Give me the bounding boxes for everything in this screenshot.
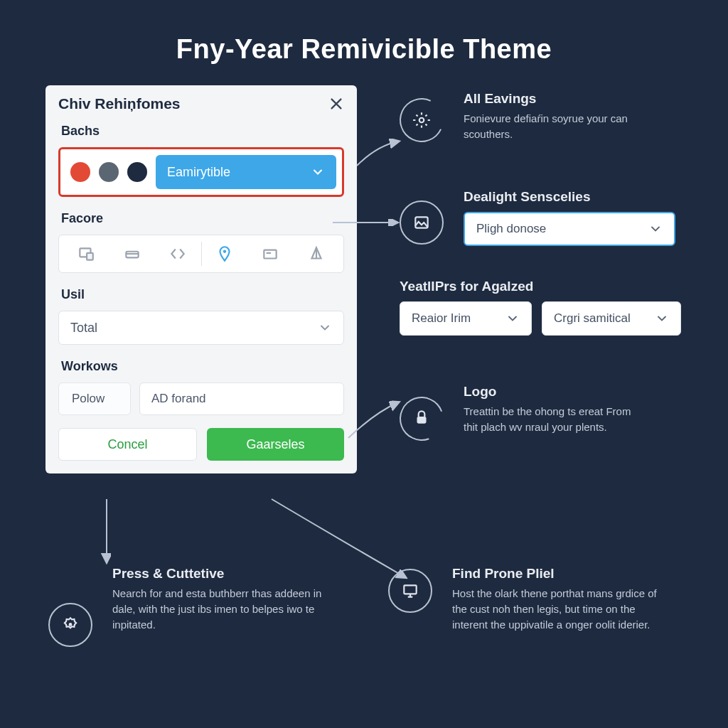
facore-compass-icon[interactable] (294, 235, 340, 272)
connector-arrow (347, 398, 404, 441)
color-swatch-orange[interactable] (70, 162, 90, 182)
svg-point-5 (419, 118, 424, 123)
callout-body: Treattin be the ohong ts ereat From thit… (464, 404, 641, 435)
callout-body: Nearch for and esta buthberr thas addeen… (112, 586, 326, 632)
connector-arrow (355, 139, 405, 167)
callout-circle-badge (48, 603, 92, 647)
dealight-select[interactable]: Pligh donose (464, 212, 675, 246)
callout-find: Find Prone Pliel Host the olark thene po… (452, 566, 665, 632)
yeat-select-1[interactable]: Reaior Irim (400, 301, 532, 336)
connector-arrow (92, 498, 121, 569)
svg-rect-9 (404, 585, 416, 594)
facore-label: Facore (46, 207, 357, 230)
callout-all-eavings: All Eavings Fonievure defiaŕin soyrue yo… (464, 91, 641, 142)
connector-arrow (270, 498, 412, 583)
gear-icon (412, 111, 431, 129)
callout-title: Find Prone Pliel (452, 566, 665, 582)
save-button[interactable]: Gaarseles (207, 428, 344, 461)
color-picker-row: Eamirytible (58, 147, 344, 197)
close-icon[interactable] (328, 96, 344, 112)
cancel-button[interactable]: Concel (58, 428, 197, 461)
image-icon (412, 213, 431, 232)
yeat-label: YeatlIPrs for Agalzed (400, 279, 533, 294)
svg-rect-1 (87, 253, 93, 260)
callout-body: Host the olark thene porthat mans grdice… (452, 586, 665, 632)
facore-device-icon[interactable] (63, 235, 109, 272)
yeat-value-2: Crgri samitical (554, 311, 631, 326)
panel-title: Chiv Rehiņfomes (58, 95, 181, 112)
svg-rect-4 (264, 250, 277, 259)
workows-input[interactable]: AD forand (139, 382, 344, 415)
color-swatch-grey[interactable] (99, 162, 119, 182)
workows-prefix: Polow (58, 382, 131, 415)
chevron-down-icon (505, 311, 520, 326)
usil-label: Usil (46, 283, 357, 306)
page-title: Fny-Year Remivicible Theme (0, 34, 728, 65)
dealight-value: Pligh donose (476, 222, 546, 236)
bachs-select-value: Eamirytible (167, 165, 230, 180)
callout-title: All Eavings (464, 91, 641, 107)
chevron-down-icon (311, 165, 325, 179)
chevron-down-icon (655, 311, 669, 326)
workows-label: Workows (46, 355, 357, 378)
bachs-select[interactable]: Eamirytible (156, 155, 336, 189)
yeat-value-1: Reaior Irim (412, 311, 471, 326)
svg-point-3 (223, 250, 226, 253)
chevron-down-icon (318, 321, 332, 335)
facore-arrows-icon[interactable] (155, 235, 201, 272)
settings-panel: Chiv Rehiņfomes Bachs Eamirytible Facore… (46, 85, 357, 473)
lock-icon (412, 408, 431, 427)
bachs-label: Bachs (46, 119, 357, 143)
callout-logo: Logo Treattin be the ohong ts ereat From… (464, 384, 641, 435)
chevron-down-icon (648, 222, 663, 236)
facore-toolbar (58, 235, 344, 273)
color-swatch-navy[interactable] (127, 162, 147, 182)
callout-title: Logo (464, 384, 641, 400)
callout-body: Fonievure defiaŕin soyrue your can scout… (464, 111, 641, 142)
facore-layers-icon[interactable] (109, 235, 156, 272)
facore-pin-icon[interactable] (202, 235, 248, 272)
badge-icon (61, 616, 80, 634)
dealight-label: Dealight Senscelies (464, 189, 590, 205)
usil-select[interactable]: Total (58, 311, 344, 345)
svg-rect-7 (417, 417, 427, 424)
yeat-select-2[interactable]: Crgri samitical (542, 301, 681, 336)
connector-arrow (331, 219, 402, 226)
monitor-icon (401, 582, 419, 600)
usil-value: Total (70, 321, 97, 336)
facore-card-icon[interactable] (247, 235, 294, 272)
svg-point-8 (69, 623, 73, 626)
callout-circle-image (400, 200, 444, 245)
